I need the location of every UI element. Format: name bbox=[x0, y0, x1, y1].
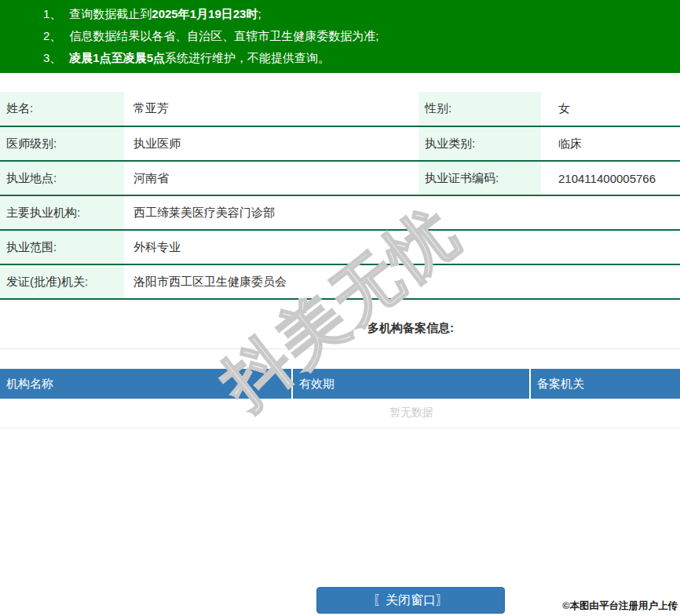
doctor-info-table: 姓名: 常亚芳 性别: 女 医师级别: 执业医师 执业类别: 临床 执业地点: … bbox=[0, 92, 680, 300]
notice-text: 系统进行维护，不能提供查询。 bbox=[165, 51, 330, 64]
scope-value: 外科专业 bbox=[124, 230, 680, 264]
location-value: 河南省 bbox=[124, 161, 419, 195]
cert-no-value: 210411400005766 bbox=[541, 161, 680, 195]
empty-data-text: 暂无数据 bbox=[142, 406, 680, 420]
empty-data-cell: 暂无数据 bbox=[0, 399, 680, 428]
gender-label: 性别: bbox=[419, 92, 541, 126]
gender-value: 女 bbox=[541, 92, 680, 126]
notice-text: ; bbox=[258, 7, 261, 20]
main-org-value: 西工缔莱美医疗美容门诊部 bbox=[124, 195, 680, 230]
table-row: 主要执业机构: 西工缔莱美医疗美容门诊部 bbox=[0, 195, 680, 230]
level-label: 医师级别: bbox=[0, 126, 124, 161]
filing-empty-row: 暂无数据 bbox=[0, 399, 680, 428]
column-header-validity: 有效期 bbox=[292, 369, 530, 399]
notice-number: 2、 bbox=[43, 29, 61, 42]
column-header-org-name: 机构名称 bbox=[0, 369, 292, 399]
column-header-filing-authority: 备案机关 bbox=[530, 369, 680, 399]
name-label: 姓名: bbox=[0, 92, 124, 126]
notice-text: 查询数据截止到 bbox=[69, 7, 152, 20]
cert-no-label: 执业证书编码: bbox=[419, 161, 541, 195]
notice-text-bold: 凌晨1点至凌晨5点 bbox=[69, 51, 165, 64]
notice-text-bold: 2025年1月19日23时 bbox=[152, 7, 258, 20]
notice-number: 1、 bbox=[43, 7, 61, 20]
table-row: 执业范围: 外科专业 bbox=[0, 230, 680, 264]
main-org-label: 主要执业机构: bbox=[0, 195, 124, 230]
filing-header-row: 机构名称 有效期 备案机关 bbox=[0, 369, 680, 399]
table-row: 发证(批准)机关: 洛阳市西工区卫生健康委员会 bbox=[0, 264, 680, 299]
location-label: 执业地点: bbox=[0, 161, 124, 195]
table-row: 医师级别: 执业医师 执业类别: 临床 bbox=[0, 126, 680, 161]
notice-line-2: 2、信息数据结果以各省、自治区、直辖市卫生健康委数据为准; bbox=[0, 25, 680, 47]
authority-value: 洛阳市西工区卫生健康委员会 bbox=[124, 264, 680, 299]
table-row: 执业地点: 河南省 执业证书编码: 210411400005766 bbox=[0, 161, 680, 195]
notice-text: 信息数据结果以各省、自治区、直辖市卫生健康委数据为准; bbox=[69, 29, 378, 42]
notice-line-3: 3、凌晨1点至凌晨5点系统进行维护，不能提供查询。 bbox=[0, 47, 680, 69]
notice-number: 3、 bbox=[43, 51, 61, 64]
name-value: 常亚芳 bbox=[124, 92, 419, 126]
category-value: 临床 bbox=[541, 126, 680, 161]
filing-section: 多机构备案信息: bbox=[0, 308, 680, 349]
scope-label: 执业范围: bbox=[0, 230, 124, 264]
category-label: 执业类别: bbox=[419, 126, 541, 161]
authority-label: 发证(批准)机关: bbox=[0, 264, 124, 299]
filing-table: 机构名称 有效期 备案机关 暂无数据 bbox=[0, 369, 680, 428]
close-window-button[interactable]: 〖关闭窗口〗 bbox=[316, 587, 505, 614]
level-value: 执业医师 bbox=[124, 126, 419, 161]
notice-line-1: 1、查询数据截止到2025年1月19日23时; bbox=[0, 3, 680, 25]
table-row: 姓名: 常亚芳 性别: 女 bbox=[0, 92, 680, 126]
notice-banner: 1、查询数据截止到2025年1月19日23时; 2、信息数据结果以各省、自治区、… bbox=[0, 0, 680, 73]
filing-section-title: 多机构备案信息: bbox=[141, 321, 680, 336]
copyright-stamp: ©本图由平台注册用户上传 bbox=[562, 600, 678, 613]
